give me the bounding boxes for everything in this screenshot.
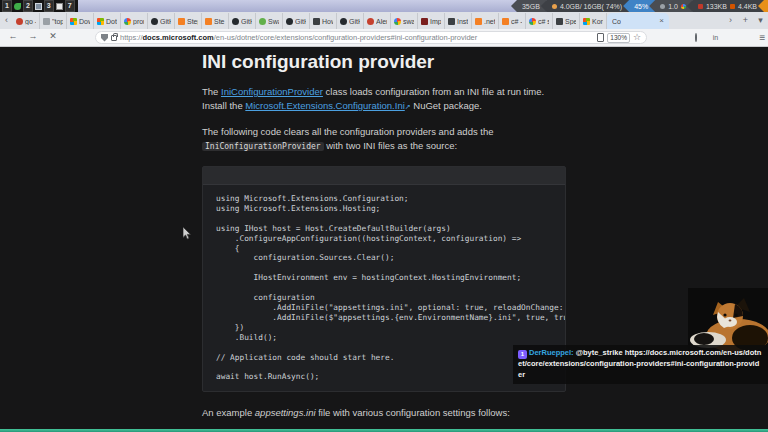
browser-tab[interactable]: Swa [256, 13, 283, 29]
tab-label: Insta [457, 18, 468, 25]
browser-tab[interactable]: GitH [229, 13, 256, 29]
inline-code: IniConfigurationProvider [202, 142, 324, 151]
nuget-package-link[interactable]: Microsoft.Extensions.Configuration.Ini [245, 100, 404, 111]
bookmark-star-icon[interactable]: ☆ [633, 33, 641, 42]
adblock-shield-icon[interactable] [728, 32, 739, 43]
tab-favicon [394, 18, 401, 25]
tab-list: go - "top Dow Dotn pron GitH Step Ste Gi… [13, 12, 723, 29]
system-taskbar: 1 2 3 7 35GB 4.0GB/ 16GB( 74%) 45% 1.0 1… [0, 0, 768, 12]
tab-label: .net [484, 18, 495, 25]
tab-favicon [178, 18, 185, 25]
browser-tab-bar: ‹ go - "top Dow Dotn pron GitH Step Ste … [0, 12, 768, 29]
code-block-header [203, 167, 565, 185]
browser-tab[interactable]: .net [472, 13, 499, 29]
tab-favicon [232, 18, 239, 25]
menu-button[interactable]: ≡ [757, 32, 768, 43]
tab-favicon [97, 18, 104, 25]
tab-favicon [70, 18, 77, 25]
description-paragraph: The following code clears all the config… [202, 125, 566, 154]
tab-favicon [367, 18, 374, 25]
tab-label: Swa [268, 18, 279, 25]
leaf-icon [14, 3, 21, 10]
tab-favicon [475, 18, 482, 25]
back-button[interactable]: ← [6, 31, 20, 41]
browser-tab[interactable]: swa [391, 13, 418, 29]
browser-tab[interactable]: GitH [337, 13, 364, 29]
tab-favicon [313, 18, 320, 25]
workspace-7[interactable]: 7 [65, 0, 75, 12]
tab-label: go - [25, 18, 36, 25]
tab-label: pron [133, 18, 144, 25]
tab-label: c# si [538, 18, 549, 25]
tab-scroll-left-button[interactable]: ‹ [0, 12, 13, 29]
tab-label: swa [403, 18, 414, 25]
tab-label: c# - [511, 18, 522, 25]
browser-tab[interactable]: How [310, 13, 337, 29]
mouse-cursor [183, 226, 192, 244]
linkedin-extension-icon[interactable]: in [710, 32, 721, 43]
browser-tab[interactable]: Alen [364, 13, 391, 29]
tab-favicon [502, 18, 509, 25]
browser-tab[interactable]: pron [121, 13, 148, 29]
memory-usage: 4.0GB/ 16GB( 74%) [541, 0, 629, 12]
browser-tab[interactable]: Impl [418, 13, 445, 29]
url-text[interactable]: https://docs.microsoft.com/en-us/dotnet/… [120, 33, 594, 42]
stop-button[interactable]: ✕ [46, 31, 60, 41]
intro-paragraph: The IniConfigurationProvider class loads… [202, 85, 566, 114]
memory-icon [552, 4, 557, 9]
monitor-icon [35, 3, 42, 10]
network-icon [681, 4, 686, 9]
tab-close-icon[interactable]: × [659, 17, 664, 25]
browser-tab[interactable]: GitH [283, 13, 310, 29]
browser-tab[interactable]: c# - [499, 13, 526, 29]
code-sample: using Microsoft.Extensions.Configuration… [203, 185, 565, 391]
tab-favicon [448, 18, 455, 25]
address-bar[interactable]: https://docs.microsoft.com/en-us/dotnet/… [95, 31, 647, 44]
forward-button[interactable]: → [26, 31, 40, 41]
tab-favicon [16, 18, 23, 25]
workspace-3[interactable]: 3 [44, 0, 54, 12]
browser-tab[interactable]: c# si [526, 13, 553, 29]
tab-label: Step [187, 18, 198, 25]
extension-icon[interactable] [690, 32, 701, 43]
browser-tab[interactable]: "top [40, 13, 67, 29]
tab-list-dropdown-icon[interactable]: ▾ [753, 12, 768, 29]
account-icon[interactable] [744, 32, 755, 43]
zoom-level-indicator[interactable]: 130% [607, 33, 630, 43]
tracking-shield-icon[interactable] [101, 34, 108, 42]
browser-tab[interactable]: Spec [553, 13, 580, 29]
reader-mode-icon[interactable] [597, 33, 604, 42]
ini-configuration-provider-link[interactable]: IniConfigurationProvider [221, 86, 323, 97]
browser-tab[interactable]: Ste [202, 13, 229, 29]
browser-tab[interactable]: Insta [445, 13, 472, 29]
tab-label: Dotn [106, 18, 117, 25]
browser-tab[interactable]: Dow [67, 13, 94, 29]
browser-tab[interactable]: Konf [580, 13, 607, 29]
browser-tab[interactable]: Dotn [94, 13, 121, 29]
browser-tab[interactable]: GitH [148, 13, 175, 29]
tab-label: GitH [241, 18, 252, 25]
workspace-2[interactable]: 2 [23, 0, 33, 12]
browser-tab-active[interactable]: Co × [607, 13, 669, 29]
tab-favicon [340, 18, 347, 25]
upload-icon [730, 4, 735, 9]
lock-icon[interactable] [111, 35, 117, 41]
tab-favicon [259, 18, 266, 25]
workspace-switcher: 1 2 3 7 [0, 0, 78, 12]
article: INI configuration provider The IniConfig… [202, 47, 566, 432]
browser-tab[interactable]: Step [175, 13, 202, 29]
tab-favicon [205, 18, 212, 25]
document-icon [56, 3, 63, 10]
taskbar-spacer [78, 0, 517, 12]
tab-favicon [43, 18, 50, 25]
tab-label: "top [52, 18, 63, 25]
browser-tab[interactable]: go - [13, 13, 40, 29]
tab-favicon [124, 18, 131, 25]
tab-label: Ste [214, 18, 225, 25]
browser-navbar: ← → ✕ https://docs.microsoft.com/en-us/d… [0, 29, 768, 47]
tab-label: GitH [349, 18, 360, 25]
tab-label: Alen [376, 18, 387, 25]
workspace-1[interactable]: 1 [2, 0, 12, 12]
tab-scroll-right-button[interactable]: › [723, 12, 738, 29]
new-tab-button[interactable]: + [738, 12, 753, 29]
